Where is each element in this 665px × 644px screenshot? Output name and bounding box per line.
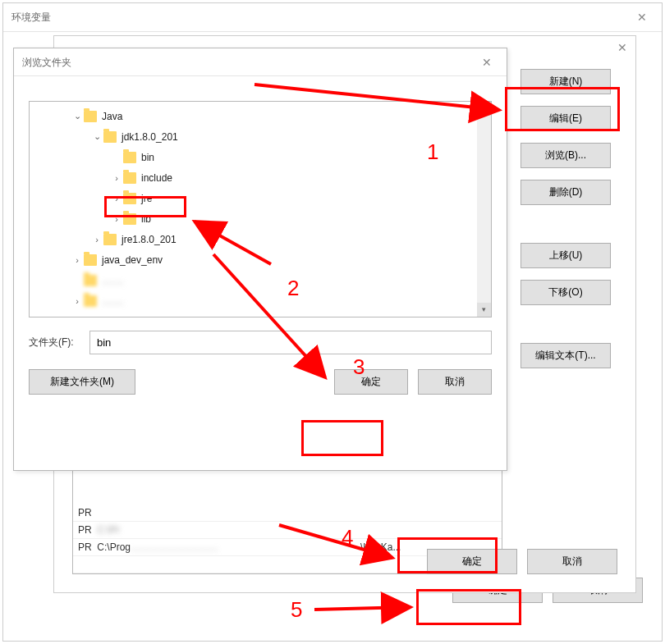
- tree-label: ........: [102, 275, 124, 286]
- chevron-right-icon[interactable]: ›: [110, 194, 123, 203]
- edit-side-buttons: 新建(N) 编辑(E) 浏览(B)... 删除(D) 上移(U) 下移(O) 编…: [521, 69, 617, 574]
- browse-title-text: 浏览文件夹: [22, 48, 71, 75]
- tree-row[interactable]: ›jre: [30, 188, 491, 208]
- browse-folder-dialog: 浏览文件夹 ✕ ⌄Java⌄jdk1.8.0_201bin›include›jr…: [13, 48, 507, 471]
- close-icon[interactable]: ✕: [617, 41, 627, 54]
- folder-icon: [123, 213, 136, 225]
- tree-label: ........: [102, 295, 124, 307]
- folder-icon: [84, 295, 97, 307]
- tree-row[interactable]: ⌄jdk1.8.0_201: [30, 126, 491, 147]
- edit-button[interactable]: 编辑(E): [521, 106, 611, 131]
- chevron-down-icon[interactable]: ⌄: [90, 131, 103, 142]
- folder-label: 文件夹(F):: [29, 336, 89, 349]
- scroll-down-icon[interactable]: ▾: [477, 303, 491, 317]
- scrollbar[interactable]: ▴ ▾: [477, 102, 491, 317]
- moveup-button[interactable]: 上移(U): [521, 243, 611, 268]
- folder-icon: [123, 172, 136, 184]
- tree-label: jdk1.8.0_201: [122, 131, 178, 143]
- env-title-text: 环境变量: [11, 3, 51, 31]
- folder-icon: [84, 111, 97, 122]
- chevron-right-icon[interactable]: ›: [71, 255, 84, 265]
- tree-label: jre: [141, 193, 152, 204]
- chevron-right-icon[interactable]: ›: [110, 173, 123, 183]
- tree-label: java_dev_env: [102, 254, 163, 266]
- tree-row[interactable]: bin: [30, 147, 491, 167]
- tree-label: lib: [141, 213, 151, 225]
- tree-row[interactable]: ........: [30, 270, 491, 290]
- chevron-down-icon[interactable]: ⌄: [71, 111, 84, 121]
- tree-label: bin: [141, 152, 154, 163]
- chevron-right-icon[interactable]: ›: [110, 214, 123, 224]
- edit-ok-button[interactable]: 确定: [427, 549, 517, 574]
- folder-icon: [84, 254, 97, 266]
- folder-icon: [123, 193, 136, 204]
- path-list-row[interactable]: PR C:\Pr: [73, 522, 502, 539]
- edittext-button[interactable]: 编辑文本(T)...: [521, 343, 611, 368]
- tree-row[interactable]: ›include: [30, 167, 491, 188]
- close-icon[interactable]: ✕: [475, 48, 498, 75]
- folder-icon: [123, 152, 136, 163]
- edit-cancel-button[interactable]: 取消: [527, 549, 617, 574]
- tree-label: Java: [102, 111, 122, 122]
- chevron-right-icon[interactable]: ›: [90, 235, 103, 244]
- env-titlebar: 环境变量 ✕: [3, 3, 662, 32]
- chevron-right-icon[interactable]: ›: [71, 296, 84, 306]
- tree-row[interactable]: ›lib: [30, 208, 491, 229]
- tree-row[interactable]: ›........: [30, 290, 491, 311]
- folder-icon: [84, 275, 97, 286]
- new-button[interactable]: 新建(N): [521, 69, 611, 94]
- movedown-button[interactable]: 下移(O): [521, 280, 611, 305]
- tree-row[interactable]: ⌄Java: [30, 106, 491, 126]
- folder-input[interactable]: [89, 331, 492, 354]
- browse-ok-button[interactable]: 确定: [334, 369, 408, 395]
- path-list-row[interactable]: PR: [73, 505, 502, 522]
- tree-row[interactable]: ›jre1.8.0_201: [30, 229, 491, 249]
- folder-icon: [103, 131, 117, 143]
- folder-tree[interactable]: ⌄Java⌄jdk1.8.0_201bin›include›jre›lib›jr…: [29, 101, 492, 317]
- browse-button[interactable]: 浏览(B)...: [521, 143, 611, 168]
- close-icon[interactable]: ✕: [631, 3, 654, 31]
- browse-cancel-button[interactable]: 取消: [418, 369, 492, 395]
- tree-label: include: [141, 172, 172, 184]
- tree-label: jre1.8.0_201: [122, 234, 177, 245]
- browse-titlebar: 浏览文件夹 ✕: [14, 48, 507, 76]
- delete-button[interactable]: 删除(D): [521, 180, 611, 205]
- tree-row[interactable]: ›java_dev_env: [30, 249, 491, 270]
- new-folder-button[interactable]: 新建文件夹(M): [29, 369, 135, 395]
- scroll-up-icon[interactable]: ▴: [477, 102, 491, 116]
- folder-icon: [103, 234, 117, 245]
